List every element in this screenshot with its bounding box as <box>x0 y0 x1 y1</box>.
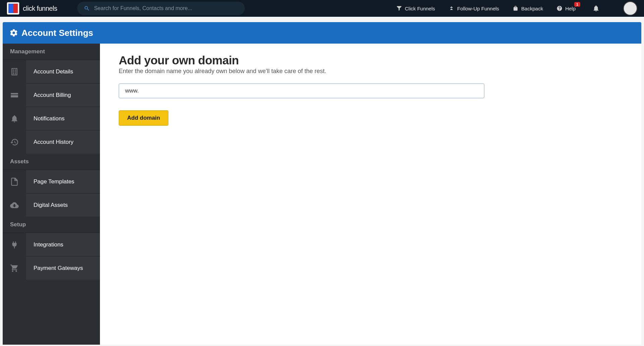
help-badge: 1 <box>574 2 580 7</box>
domain-input[interactable] <box>119 83 484 98</box>
settings-gear-icon <box>9 28 18 37</box>
sidebar-item-label: Account History <box>26 139 73 146</box>
nav-help[interactable]: Help 1 <box>556 5 576 11</box>
brand-logo[interactable] <box>7 2 19 15</box>
sidebar-item-page-templates[interactable]: Page Templates <box>3 170 100 193</box>
sidebar-item-account-details[interactable]: Account Details <box>3 60 100 83</box>
sidebar-section-assets: Assets <box>3 154 100 170</box>
nav-backpack[interactable]: Backpack <box>513 5 543 11</box>
main-subtitle: Enter the domain name you already own be… <box>119 68 623 75</box>
sidebar-section-management: Management <box>3 44 100 60</box>
nav-followup-funnels[interactable]: Follow-Up Funnels <box>448 5 499 11</box>
history-icon <box>10 138 19 147</box>
sidebar-item-payment-gateways[interactable]: Payment Gateways <box>3 256 100 280</box>
main-title: Add your own domain <box>119 54 623 67</box>
bell-icon <box>10 114 19 123</box>
brand-text: click funnels <box>23 5 57 12</box>
sidebar-item-label: Digital Assets <box>26 202 68 209</box>
nav-help-label: Help <box>565 6 576 11</box>
sidebar-item-label: Notifications <box>26 115 65 122</box>
sidebar-item-digital-assets[interactable]: Digital Assets <box>3 193 100 217</box>
search-input[interactable] <box>94 5 238 11</box>
sidebar: Management Account Details Account Billi… <box>3 44 100 345</box>
sidebar-item-integrations[interactable]: Integrations <box>3 233 100 256</box>
user-avatar[interactable] <box>623 1 637 15</box>
sidebar-item-label: Account Details <box>26 68 73 75</box>
sidebar-item-label: Integrations <box>26 241 63 248</box>
cloud-download-icon <box>10 201 19 210</box>
sidebar-section-setup: Setup <box>3 217 100 233</box>
document-icon <box>10 177 19 186</box>
sidebar-item-account-billing[interactable]: Account Billing <box>3 83 100 107</box>
nav-click-funnels-label: Click Funnels <box>405 6 435 11</box>
cart-icon <box>10 264 19 273</box>
sidebar-item-label: Page Templates <box>26 178 74 185</box>
notifications-bell-icon[interactable] <box>592 5 600 12</box>
top-navigation: click funnels Click Funnels Follow-Up Fu… <box>0 0 644 17</box>
sidebar-item-label: Account Billing <box>26 92 71 99</box>
credit-card-icon <box>10 91 19 100</box>
nav-followup-label: Follow-Up Funnels <box>457 6 499 11</box>
nav-backpack-label: Backpack <box>521 6 543 11</box>
main-panel: Add your own domain Enter the domain nam… <box>100 44 641 345</box>
page-title: Account Settings <box>21 28 93 38</box>
sidebar-item-notifications[interactable]: Notifications <box>3 107 100 130</box>
search-icon <box>84 5 90 11</box>
plug-icon <box>10 240 19 249</box>
funnel-icon <box>396 5 402 11</box>
sidebar-item-label: Payment Gateways <box>26 265 83 272</box>
help-icon <box>556 5 562 11</box>
topnav-links: Click Funnels Follow-Up Funnels Backpack… <box>396 1 637 15</box>
backpack-icon <box>513 5 519 11</box>
search-box[interactable] <box>77 2 245 15</box>
building-icon <box>10 67 19 76</box>
add-domain-button[interactable]: Add domain <box>119 110 168 126</box>
page-header: Account Settings <box>3 22 641 44</box>
nav-click-funnels[interactable]: Click Funnels <box>396 5 435 11</box>
sidebar-item-account-history[interactable]: Account History <box>3 130 100 154</box>
chevrons-up-icon <box>448 5 454 11</box>
